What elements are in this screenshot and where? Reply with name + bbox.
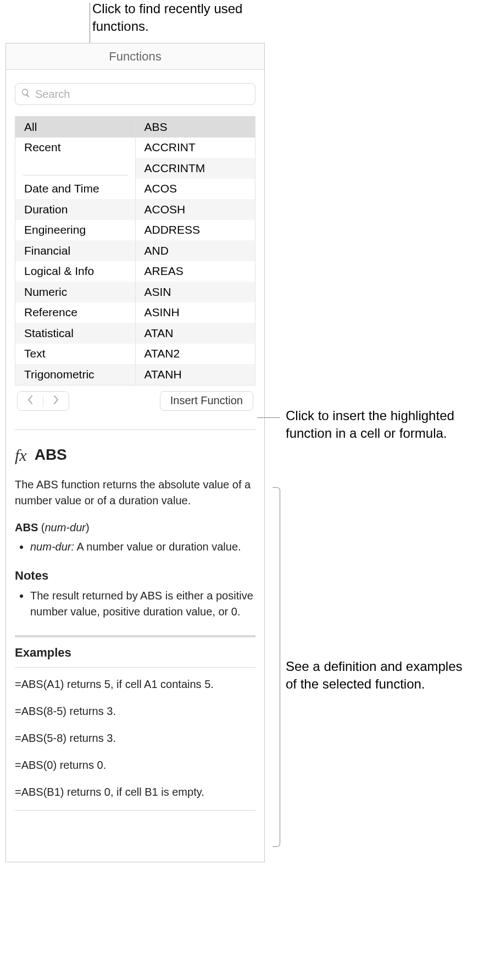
category-numeric[interactable]: Numeric <box>15 282 135 302</box>
example-item: =ABS(8-5) returns 3. <box>15 695 255 722</box>
function-item[interactable]: ATAN2 <box>136 344 255 365</box>
functions-list[interactable]: ABS ACCRINT ACCRINTM ACOS ACOSH ADDRESS … <box>136 117 255 385</box>
nav-back-button[interactable] <box>18 392 43 410</box>
category-statistical[interactable]: Statistical <box>15 323 135 344</box>
callout-line-insert <box>257 417 280 418</box>
callout-recent: Click to find recently used functions. <box>92 0 274 36</box>
search-input[interactable] <box>35 88 249 101</box>
category-logical-info[interactable]: Logical & Info <box>15 261 135 282</box>
callout-bracket-detail <box>273 487 280 847</box>
nav-buttons <box>17 391 69 411</box>
function-abs[interactable]: ABS <box>136 117 255 137</box>
panel-body: All Recent Date and Time Duration Engine… <box>6 70 264 862</box>
function-item[interactable]: AND <box>136 240 255 261</box>
argument-item: num-dur: A number value or duration valu… <box>30 539 255 555</box>
function-item[interactable]: AREAS <box>136 261 255 282</box>
notes-heading: Notes <box>15 567 255 585</box>
functions-panel: Functions All Recent Date and Time Durat… <box>5 43 265 862</box>
insert-function-button[interactable]: Insert Function <box>160 391 253 411</box>
function-name: ABS <box>35 444 67 466</box>
panel-title: Functions <box>109 49 161 64</box>
function-item[interactable]: ACOSH <box>136 199 255 220</box>
category-all[interactable]: All <box>15 117 135 137</box>
callout-detail: See a definition and examples of the sel… <box>286 658 467 693</box>
arg-desc: A number value or duration value. <box>74 541 241 553</box>
notes-list: The result returned by ABS is either a p… <box>30 588 255 622</box>
function-detail: fx ABS The ABS function returns the abso… <box>15 430 255 856</box>
category-date-time[interactable]: Date and Time <box>15 179 135 200</box>
function-description: The ABS function returns the absolute va… <box>15 477 255 509</box>
callout-insert: Click to insert the highlighted function… <box>286 407 467 443</box>
search-box[interactable] <box>15 83 255 105</box>
example-item: =ABS(B1) returns 0, if cell B1 is empty. <box>15 775 255 802</box>
examples-end-separator <box>15 810 255 811</box>
function-item[interactable]: ATANH <box>136 364 255 385</box>
fx-icon: fx <box>15 443 27 467</box>
category-reference[interactable]: Reference <box>15 302 135 323</box>
chevron-left-icon <box>27 395 34 406</box>
list-toolbar: Insert Function <box>15 391 255 411</box>
arguments-list: num-dur: A number value or duration valu… <box>30 539 255 557</box>
function-title-row: fx ABS <box>15 443 255 467</box>
callout-detail-text: See a definition and examples of the sel… <box>286 659 463 691</box>
callout-recent-text: Click to find recently used functions. <box>92 1 242 34</box>
example-item: =ABS(A1) returns 5, if cell A1 contains … <box>15 668 255 695</box>
arg-name: num-dur: <box>30 541 74 553</box>
function-item[interactable]: ADDRESS <box>136 220 255 241</box>
category-engineering[interactable]: Engineering <box>15 220 135 241</box>
nav-forward-button[interactable] <box>43 392 69 410</box>
category-duration[interactable]: Duration <box>15 199 135 220</box>
category-financial[interactable]: Financial <box>15 240 135 261</box>
function-item[interactable]: ASINH <box>136 302 255 323</box>
category-text[interactable]: Text <box>15 344 135 365</box>
function-item[interactable]: ACOS <box>136 179 255 200</box>
search-icon <box>21 88 31 100</box>
examples-heading: Examples <box>15 637 255 668</box>
panel-header: Functions <box>6 43 264 70</box>
function-item[interactable]: ATAN <box>136 323 255 344</box>
category-divider <box>15 158 135 179</box>
example-item: =ABS(0) returns 0. <box>15 748 255 775</box>
function-item[interactable]: ACCRINTM <box>136 158 255 179</box>
category-trigonometric[interactable]: Trigonometric <box>15 364 135 385</box>
syntax-name: ABS <box>15 521 38 533</box>
two-column-list: All Recent Date and Time Duration Engine… <box>15 116 255 386</box>
example-item: =ABS(5-8) returns 3. <box>15 722 255 748</box>
insert-function-label: Insert Function <box>170 394 243 407</box>
function-item[interactable]: ASIN <box>136 282 255 302</box>
callout-insert-text: Click to insert the highlighted function… <box>286 408 454 441</box>
function-item[interactable]: ACCRINT <box>136 137 255 158</box>
function-syntax: ABS (num-dur) <box>15 520 255 536</box>
category-recent[interactable]: Recent <box>15 137 135 158</box>
syntax-arg: num-dur <box>45 521 85 533</box>
note-item: The result returned by ABS is either a p… <box>30 588 255 620</box>
categories-list[interactable]: All Recent Date and Time Duration Engine… <box>15 117 136 385</box>
chevron-right-icon <box>53 395 59 406</box>
